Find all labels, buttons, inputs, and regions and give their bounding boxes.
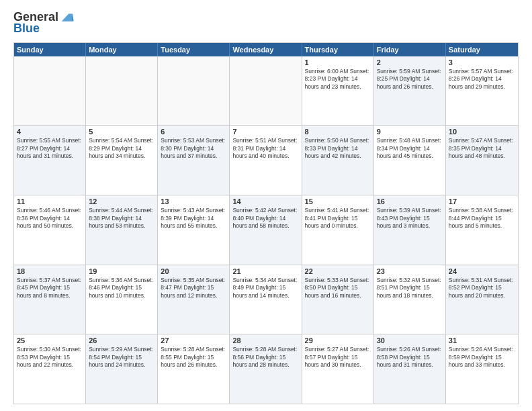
calendar-body: 1Sunrise: 6:00 AM Sunset: 8:23 PM Daylig… [14,56,518,404]
calendar-cell: 13Sunrise: 5:43 AM Sunset: 8:39 PM Dayli… [158,195,230,265]
day-detail: Sunrise: 5:55 AM Sunset: 8:27 PM Dayligh… [17,137,83,160]
day-number: 31 [449,336,515,345]
calendar-cell [158,56,230,126]
day-number: 17 [449,197,515,205]
day-number: 24 [449,267,515,275]
day-number: 21 [232,267,298,275]
day-detail: Sunrise: 5:37 AM Sunset: 8:45 PM Dayligh… [17,277,83,300]
calendar-cell: 12Sunrise: 5:44 AM Sunset: 8:38 PM Dayli… [86,195,158,265]
day-detail: Sunrise: 5:46 AM Sunset: 8:36 PM Dayligh… [17,207,83,230]
calendar-cell: 29Sunrise: 5:27 AM Sunset: 8:57 PM Dayli… [302,334,374,404]
calendar-cell: 17Sunrise: 5:38 AM Sunset: 8:44 PM Dayli… [446,195,518,265]
day-detail: Sunrise: 5:39 AM Sunset: 8:43 PM Dayligh… [377,207,443,230]
day-number: 15 [305,197,371,205]
page: General Blue SundayMondayTuesdayWednesda… [0,0,532,411]
day-number: 8 [305,128,371,136]
day-number: 14 [232,197,298,205]
weekday-header: Saturday [446,43,518,56]
calendar-cell: 3Sunrise: 5:57 AM Sunset: 8:26 PM Daylig… [446,56,518,126]
calendar-cell [230,56,302,126]
calendar-cell: 4Sunrise: 5:55 AM Sunset: 8:27 PM Daylig… [14,126,86,195]
day-number: 3 [449,58,515,66]
day-number: 30 [377,336,443,345]
svg-marker-1 [62,14,73,21]
calendar-cell: 11Sunrise: 5:46 AM Sunset: 8:36 PM Dayli… [14,195,86,265]
day-number: 13 [161,197,226,205]
calendar-cell: 14Sunrise: 5:42 AM Sunset: 8:40 PM Dayli… [230,195,302,265]
day-detail: Sunrise: 5:33 AM Sunset: 8:50 PM Dayligh… [305,277,371,300]
day-number: 1 [305,58,371,66]
day-number: 27 [161,336,226,345]
day-number: 19 [89,267,154,275]
day-detail: Sunrise: 5:38 AM Sunset: 8:44 PM Dayligh… [449,207,515,230]
day-detail: Sunrise: 5:54 AM Sunset: 8:29 PM Dayligh… [89,137,154,160]
calendar-cell [86,56,158,126]
day-number: 25 [17,336,83,345]
day-detail: Sunrise: 5:27 AM Sunset: 8:57 PM Dayligh… [305,346,371,369]
calendar-cell: 30Sunrise: 5:26 AM Sunset: 8:58 PM Dayli… [374,334,446,404]
calendar-cell: 10Sunrise: 5:47 AM Sunset: 8:35 PM Dayli… [446,126,518,195]
calendar-cell: 20Sunrise: 5:35 AM Sunset: 8:47 PM Dayli… [158,265,230,334]
calendar-header: SundayMondayTuesdayWednesdayThursdayFrid… [14,43,518,56]
calendar: SundayMondayTuesdayWednesdayThursdayFrid… [13,42,519,404]
logo-bird-icon [60,9,75,24]
day-detail: Sunrise: 5:43 AM Sunset: 8:39 PM Dayligh… [161,207,226,230]
calendar-cell: 22Sunrise: 5:33 AM Sunset: 8:50 PM Dayli… [302,265,374,334]
day-detail: Sunrise: 5:31 AM Sunset: 8:52 PM Dayligh… [449,277,515,300]
day-number: 12 [89,197,154,205]
day-detail: Sunrise: 5:30 AM Sunset: 8:53 PM Dayligh… [17,346,83,369]
calendar-row: 11Sunrise: 5:46 AM Sunset: 8:36 PM Dayli… [14,195,518,265]
calendar-cell: 1Sunrise: 6:00 AM Sunset: 8:23 PM Daylig… [302,56,374,126]
day-number: 6 [161,128,226,136]
day-detail: Sunrise: 5:26 AM Sunset: 8:59 PM Dayligh… [449,346,515,369]
day-detail: Sunrise: 5:29 AM Sunset: 8:54 PM Dayligh… [89,346,154,369]
calendar-cell: 28Sunrise: 5:28 AM Sunset: 8:56 PM Dayli… [230,334,302,404]
calendar-cell: 27Sunrise: 5:28 AM Sunset: 8:55 PM Dayli… [158,334,230,404]
weekday-header: Tuesday [158,43,230,56]
day-detail: Sunrise: 5:48 AM Sunset: 8:34 PM Dayligh… [377,137,443,160]
day-detail: Sunrise: 5:28 AM Sunset: 8:55 PM Dayligh… [161,346,226,369]
day-detail: Sunrise: 5:28 AM Sunset: 8:56 PM Dayligh… [232,346,298,369]
calendar-cell: 16Sunrise: 5:39 AM Sunset: 8:43 PM Dayli… [374,195,446,265]
calendar-cell: 25Sunrise: 5:30 AM Sunset: 8:53 PM Dayli… [14,334,86,404]
calendar-cell: 24Sunrise: 5:31 AM Sunset: 8:52 PM Dayli… [446,265,518,334]
calendar-cell: 31Sunrise: 5:26 AM Sunset: 8:59 PM Dayli… [446,334,518,404]
day-detail: Sunrise: 5:57 AM Sunset: 8:26 PM Dayligh… [449,68,515,91]
day-number: 16 [377,197,443,205]
day-number: 10 [449,128,515,136]
day-detail: Sunrise: 5:26 AM Sunset: 8:58 PM Dayligh… [377,346,443,369]
day-number: 2 [377,58,443,66]
weekday-header: Sunday [14,43,86,56]
calendar-cell: 2Sunrise: 5:59 AM Sunset: 8:25 PM Daylig… [374,56,446,126]
calendar-cell: 15Sunrise: 5:41 AM Sunset: 8:41 PM Dayli… [302,195,374,265]
day-number: 11 [17,197,83,205]
calendar-cell: 18Sunrise: 5:37 AM Sunset: 8:45 PM Dayli… [14,265,86,334]
day-detail: Sunrise: 5:36 AM Sunset: 8:46 PM Dayligh… [89,277,154,300]
day-detail: Sunrise: 5:44 AM Sunset: 8:38 PM Dayligh… [89,207,154,230]
day-detail: Sunrise: 5:50 AM Sunset: 8:33 PM Dayligh… [305,137,371,160]
calendar-cell: 9Sunrise: 5:48 AM Sunset: 8:34 PM Daylig… [374,126,446,195]
day-number: 28 [232,336,298,345]
day-number: 18 [17,267,83,275]
day-number: 26 [89,336,154,345]
day-number: 23 [377,267,443,275]
calendar-cell [14,56,86,126]
day-number: 20 [161,267,226,275]
weekday-header: Friday [374,43,446,56]
weekday-header: Thursday [302,43,374,56]
calendar-cell: 7Sunrise: 5:51 AM Sunset: 8:31 PM Daylig… [230,126,302,195]
day-number: 22 [305,267,371,275]
day-detail: Sunrise: 5:59 AM Sunset: 8:25 PM Dayligh… [377,68,443,91]
day-number: 7 [232,128,298,136]
logo: General Blue [13,11,75,36]
day-number: 5 [89,128,154,136]
calendar-row: 18Sunrise: 5:37 AM Sunset: 8:45 PM Dayli… [14,265,518,335]
day-detail: Sunrise: 5:53 AM Sunset: 8:30 PM Dayligh… [161,137,226,160]
calendar-cell: 6Sunrise: 5:53 AM Sunset: 8:30 PM Daylig… [158,126,230,195]
weekday-header: Wednesday [230,43,302,56]
day-detail: Sunrise: 6:00 AM Sunset: 8:23 PM Dayligh… [305,68,371,91]
calendar-cell: 23Sunrise: 5:32 AM Sunset: 8:51 PM Dayli… [374,265,446,334]
calendar-row: 25Sunrise: 5:30 AM Sunset: 8:53 PM Dayli… [14,334,518,404]
weekday-header: Monday [86,43,158,56]
day-detail: Sunrise: 5:47 AM Sunset: 8:35 PM Dayligh… [449,137,515,160]
